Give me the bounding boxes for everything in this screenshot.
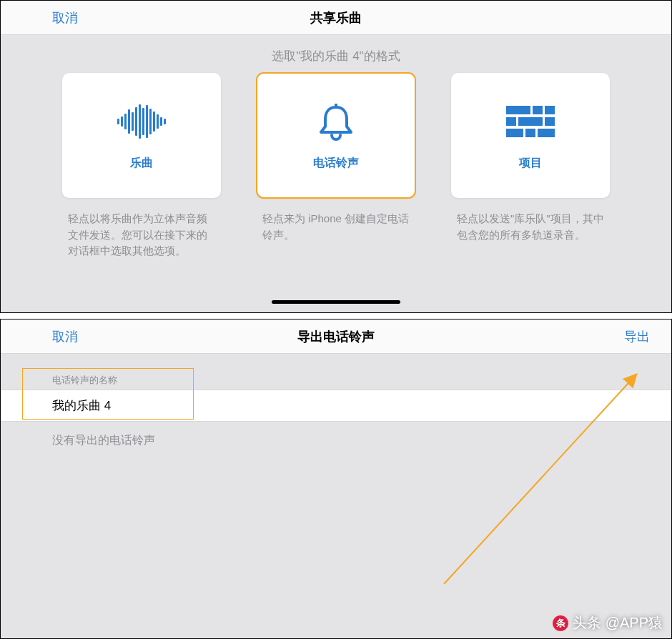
card-ringtone-label: 电话铃声	[313, 156, 359, 171]
card-song[interactable]: 乐曲	[62, 73, 221, 198]
format-cards: 乐曲 轻点以将乐曲作为立体声音频文件发送。您可以在接下来的对话框中选取其他选项。…	[1, 73, 671, 259]
watermark: 条 头条 @APP猿	[553, 613, 663, 633]
tracks-icon	[506, 100, 555, 143]
no-export-note: 没有导出的电话铃声	[1, 422, 671, 448]
header: 取消 导出电话铃声 导出	[1, 320, 671, 354]
format-subtitle: 选取"我的乐曲 4"的格式	[1, 48, 671, 64]
ringtone-name-label: 电话铃声的名称	[1, 371, 671, 390]
card-project-label: 项目	[519, 156, 542, 171]
waveform-icon	[117, 100, 166, 143]
watermark-icon: 条	[553, 615, 568, 631]
card-project-desc: 轻点以发送"库乐队"项目，其中包含您的所有多轨道录音。	[451, 211, 610, 243]
card-song-wrap: 乐曲 轻点以将乐曲作为立体声音频文件发送。您可以在接下来的对话框中选取其他选项。	[62, 73, 221, 259]
card-ringtone[interactable]: 电话铃声	[257, 73, 415, 198]
card-song-desc: 轻点以将乐曲作为立体声音频文件发送。您可以在接下来的对话框中选取其他选项。	[62, 211, 221, 259]
bell-icon	[316, 100, 356, 143]
card-ringtone-desc: 轻点来为 iPhone 创建自定电话铃声。	[257, 211, 415, 243]
export-button[interactable]: 导出	[624, 328, 650, 345]
panel-title: 导出电话铃声	[297, 328, 375, 345]
share-song-panel: 取消 共享乐曲 选取"我的乐曲 4"的格式 乐曲 轻点以将乐曲作为立体声音频文件…	[0, 0, 672, 313]
watermark-text: 头条 @APP猿	[573, 613, 663, 633]
card-project[interactable]: 项目	[451, 73, 610, 198]
card-ringtone-wrap: 电话铃声 轻点来为 iPhone 创建自定电话铃声。	[257, 73, 415, 259]
cancel-button[interactable]: 取消	[52, 9, 78, 26]
ringtone-name-block: 电话铃声的名称 我的乐曲 4 没有导出的电话铃声	[1, 371, 671, 448]
card-project-wrap: 项目 轻点以发送"库乐队"项目，其中包含您的所有多轨道录音。	[451, 73, 610, 259]
export-ringtone-panel: 取消 导出电话铃声 导出 电话铃声的名称 我的乐曲 4 没有导出的电话铃声 条 …	[0, 319, 672, 639]
panel-title: 共享乐曲	[310, 9, 362, 26]
home-indicator	[272, 300, 400, 304]
cancel-button[interactable]: 取消	[52, 328, 78, 345]
ringtone-name-input[interactable]: 我的乐曲 4	[1, 390, 671, 422]
card-song-label: 乐曲	[130, 156, 153, 171]
header: 取消 共享乐曲	[1, 1, 671, 35]
